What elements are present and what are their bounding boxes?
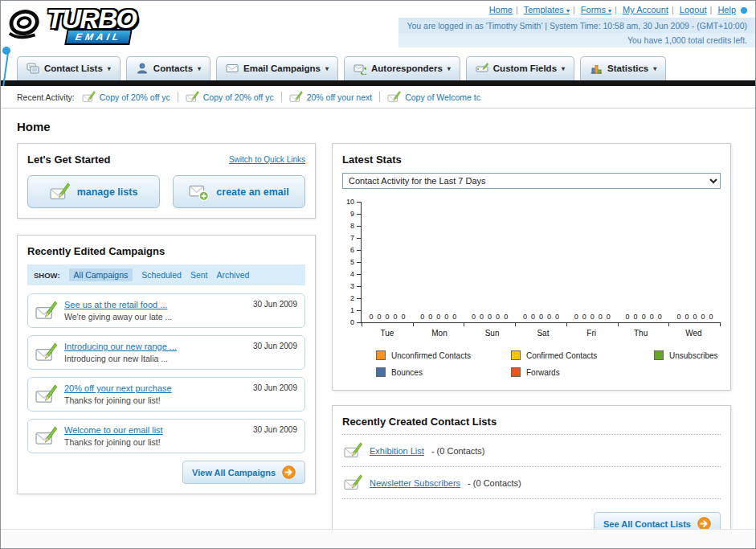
chart-y-tick-label: 9 <box>350 210 354 218</box>
contact-list-link[interactable]: Newsletter Subscribers <box>370 478 460 488</box>
campaign-subtitle: Thanks for joining our list! <box>64 395 241 405</box>
contact-lists-title: Recently Created Contact Lists <box>342 416 721 428</box>
campaign-date: 30 Jun 2009 <box>253 342 297 350</box>
chart-value-label: 0 <box>693 313 697 321</box>
link-separator: | <box>709 5 712 14</box>
chart-y-tick-label: 4 <box>350 270 354 278</box>
legend-item: Unsubscribes <box>654 350 721 360</box>
legend-item: Confirmed Contacts <box>511 350 654 360</box>
nav-tab-statistics[interactable]: Statistics ▾ <box>580 56 666 80</box>
contact-list-item: Newsletter Subscribers - (0 Contacts) <box>342 467 721 499</box>
chart-x-tick <box>362 323 362 326</box>
chart-bar-group: 00000 <box>574 313 611 321</box>
nav-tab-autoresponders[interactable]: Autoresponders ▾ <box>344 56 460 80</box>
legend-swatch <box>376 350 386 360</box>
chart-value-label: 0 <box>701 313 705 321</box>
top-link-templates[interactable]: Templates ▾ <box>524 5 570 14</box>
legend-label: Confirmed Contacts <box>526 351 597 360</box>
chevron-down-icon: ▾ <box>608 7 611 14</box>
chart-value-label: 0 <box>531 313 535 321</box>
campaign-link[interactable]: Introducing our new range ... <box>64 342 241 351</box>
recent-activity-item[interactable]: Copy of 20% off yc <box>82 91 170 103</box>
chart-value-label: 0 <box>607 313 611 321</box>
nav-tab-label: Autoresponders <box>371 64 443 73</box>
contact-list-items: Exhibition List - (0 Contacts) Newslette… <box>342 434 721 499</box>
legend-label: Unsubscribes <box>669 351 718 360</box>
chart-x-tick <box>515 323 516 326</box>
switch-quick-links-link[interactable]: Switch to Quick Links <box>229 155 305 164</box>
chart-y-tick-label: 1 <box>350 306 354 314</box>
get-started-title: Let's Get Started <box>27 154 111 166</box>
campaign-link[interactable]: 20% off your next purchase <box>64 383 241 393</box>
autoresponders-icon <box>353 62 366 75</box>
top-link-forms[interactable]: Forms ▾ <box>581 5 611 14</box>
top-link-forms-label: Forms <box>581 5 606 14</box>
chart-x-tick-label: Sun <box>485 329 500 338</box>
chevron-down-icon: ▾ <box>653 65 656 72</box>
campaign-item: Welcome to our email list Thanks for joi… <box>27 419 305 453</box>
see-all-contact-lists-label: See All Contact Lists <box>603 519 691 529</box>
email-add-icon <box>189 182 209 201</box>
chart-bar-group: 00000 <box>420 313 456 321</box>
nav-tab-email-campaigns[interactable]: Email Campaigns ▾ <box>216 56 338 80</box>
campaign-link[interactable]: See us at the retail food ... <box>64 300 241 309</box>
stats-period-select[interactable]: Contact Activity for the Last 7 Days <box>342 173 721 189</box>
chart-value-label: 0 <box>650 313 654 321</box>
campaign-link[interactable]: Welcome to our email list <box>64 425 241 435</box>
view-all-campaigns-label: View All Campaigns <box>192 468 276 477</box>
chevron-down-icon: ▾ <box>566 7 570 14</box>
chart-value-label: 0 <box>709 313 713 321</box>
chart-value-label: 0 <box>480 313 484 321</box>
legend-label: Forwards <box>526 368 560 377</box>
chart-value-label: 0 <box>626 313 630 321</box>
chart-y-tick-label: 10 <box>346 198 354 206</box>
top-link-help[interactable]: Help <box>717 5 736 14</box>
legend-label: Unconfirmed Contacts <box>391 351 471 360</box>
page-title: Home <box>17 120 731 133</box>
chart-x-spacer <box>342 326 362 338</box>
recent-activity-item[interactable]: Copy of 20% off yc <box>186 91 274 103</box>
email-edit-icon <box>289 91 303 103</box>
view-all-campaigns-button[interactable]: View All Campaigns <box>182 461 305 484</box>
top-link-templates-label: Templates <box>524 5 564 14</box>
top-link-home[interactable]: Home <box>489 5 513 14</box>
help-dot-decoration <box>741 7 747 14</box>
logo-email-text: EMAIL <box>64 29 133 45</box>
link-separator: | <box>615 5 617 14</box>
chart-y-tick-label: 8 <box>350 222 354 230</box>
nav-tab-contacts[interactable]: Contacts ▾ <box>126 56 210 80</box>
contact-list-link[interactable]: Exhibition List <box>370 446 424 456</box>
chart-y-tick-label: 2 <box>350 294 354 302</box>
recent-activity-item[interactable]: Copy of Welcome tc <box>387 91 480 103</box>
campaign-item: 20% off your next purchase Thanks for jo… <box>27 377 305 412</box>
create-email-button[interactable]: create an email <box>173 175 305 208</box>
manage-lists-button[interactable]: manage lists <box>27 175 160 208</box>
nav-tab-contact-lists[interactable]: Contact Lists ▾ <box>17 56 121 80</box>
chart-value-label: 0 <box>496 313 500 321</box>
chart-x-tick <box>618 323 619 326</box>
tab-scheduled[interactable]: Scheduled <box>141 270 182 280</box>
chart-x-tick <box>464 323 464 326</box>
custom-fields-icon <box>476 62 488 75</box>
recent-contact-lists-box: Recently Created Contact Lists Exhibitio… <box>332 405 731 546</box>
item-separator <box>379 92 380 102</box>
campaign-date: 30 Jun 2009 <box>253 300 297 309</box>
logo[interactable]: TURBO EMAIL <box>1 1 136 52</box>
chart-x-tick <box>720 323 721 326</box>
tab-all-campaigns[interactable]: All Campaigns <box>69 268 133 281</box>
tab-sent[interactable]: Sent <box>190 270 208 280</box>
top-link-logout[interactable]: Logout <box>680 5 707 14</box>
recent-activity-item[interactable]: 20% off your next <box>289 91 373 103</box>
nav-tab-custom-fields[interactable]: Custom Fields ▾ <box>466 56 574 80</box>
tab-archived[interactable]: Archived <box>216 270 249 280</box>
chart-bar-group: 00000 <box>676 313 713 321</box>
chart-bar-group: 00000 <box>523 313 559 321</box>
top-link-my-account[interactable]: My Account <box>623 5 668 14</box>
logo-text: TURBO EMAIL <box>47 6 136 45</box>
stats-title: Latest Stats <box>342 154 721 166</box>
chart-value-label: 0 <box>582 313 586 321</box>
latest-stats-box: Latest Stats Contact Activity for the La… <box>332 143 731 391</box>
legend-item: Forwards <box>511 367 654 377</box>
item-separator <box>281 92 282 102</box>
chart-value-label: 0 <box>377 313 381 321</box>
